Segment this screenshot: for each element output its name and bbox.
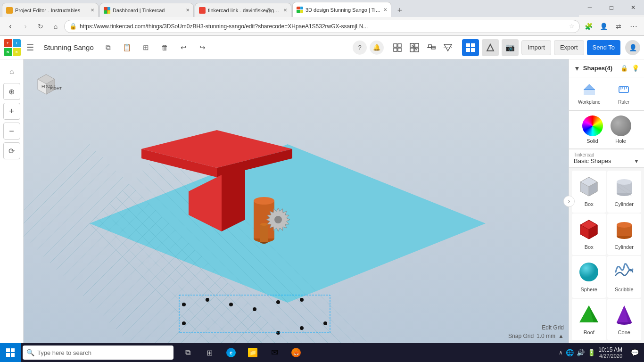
notification-icon[interactable]: 🔔: [370, 41, 384, 55]
view-camera-button[interactable]: 📷: [502, 39, 519, 56]
shape-item-cylinder-gray[interactable]: Cylinder: [607, 171, 642, 213]
tray-expand[interactable]: ∧: [559, 349, 563, 356]
taskbar-edge[interactable]: e: [221, 343, 241, 362]
rotate-view-button[interactable]: ⟳: [3, 142, 20, 159]
secure-icon: 🔒: [69, 23, 77, 30]
copy-button[interactable]: ⧉: [100, 40, 116, 56]
bottom-status: Edit Grid Snap Grid 1.0 mm ▲: [508, 324, 564, 339]
bookmark-icon[interactable]: ☆: [569, 23, 575, 30]
extensions-button[interactable]: 🧩: [582, 20, 595, 33]
menu-button[interactable]: ⋯: [627, 20, 640, 33]
notification-center-button[interactable]: 💬: [627, 343, 642, 362]
workplane-button[interactable]: Workplane: [573, 81, 606, 107]
group-button[interactable]: [389, 40, 405, 56]
browser-tab-1[interactable]: Project Editor - Instructables ✕: [2, 3, 99, 17]
hole-label: Hole: [615, 138, 626, 144]
taskbar-search-icon: 🔍: [26, 349, 34, 356]
snap-arrow[interactable]: ▲: [558, 333, 564, 339]
svg-rect-0: [394, 44, 397, 47]
shape-item-scribble[interactable]: Scribble: [607, 256, 642, 298]
browser-tab-4[interactable]: 3D design Stunning Sango | Tink... ✕: [292, 2, 391, 17]
view-perspective-button[interactable]: [482, 39, 499, 56]
ruler-button[interactable]: Ruler: [608, 81, 641, 107]
network-icon[interactable]: 🌐: [566, 349, 574, 356]
tab-4-close[interactable]: ✕: [383, 7, 387, 12]
tab-3-close[interactable]: ✕: [283, 8, 287, 13]
svg-point-45: [617, 222, 632, 228]
import-button[interactable]: Import: [521, 40, 551, 55]
taskbar-search-placeholder: Type here to search: [37, 349, 91, 356]
volume-icon[interactable]: 🔊: [577, 349, 585, 356]
battery-icon[interactable]: 🔋: [587, 349, 595, 356]
view-grid-button[interactable]: [462, 39, 479, 56]
taskbar-firefox[interactable]: 🦊: [286, 343, 306, 362]
system-tray: ∧ 🌐 🔊 🔋 10:15 AM 4/27/2020 💬: [559, 343, 642, 362]
shape-item-cone[interactable]: Cone: [607, 299, 642, 341]
shapes-collapse-icon[interactable]: ▼: [574, 65, 580, 72]
duplicate-button[interactable]: ⊞: [138, 40, 154, 56]
sync-button[interactable]: ⇄: [612, 20, 625, 33]
tab-1-close[interactable]: ✕: [91, 8, 94, 13]
visibility-icon[interactable]: 💡: [632, 65, 639, 72]
home-nav-button[interactable]: ⌂: [49, 20, 62, 33]
shapes-header: ▼ Shapes(4) 🔒 💡: [569, 59, 644, 77]
maximize-button[interactable]: ◻: [601, 0, 622, 15]
undo-button[interactable]: ↩: [176, 40, 192, 56]
profile-button[interactable]: 👤: [597, 20, 610, 33]
lock-shapes-icon[interactable]: 🔒: [620, 65, 628, 72]
close-button[interactable]: ✕: [622, 0, 644, 15]
forward-button[interactable]: ›: [19, 20, 32, 33]
flip-button[interactable]: [440, 40, 456, 56]
browser-tab-2[interactable]: Dashboard | Tinkercad ✕: [99, 3, 194, 17]
help-icon[interactable]: ?: [353, 41, 367, 55]
paste-button[interactable]: 📋: [119, 40, 135, 56]
taskbar-widgets[interactable]: ⊞: [199, 343, 220, 362]
shape-item-sphere[interactable]: Sphere: [572, 256, 606, 298]
reload-button[interactable]: ↻: [34, 20, 47, 33]
redo-button[interactable]: ↪: [195, 40, 211, 56]
minimize-button[interactable]: ─: [579, 0, 601, 15]
viewport[interactable]: FRONT RIGHT Edit Grid Snap Grid 1.0 mm ▲: [24, 59, 569, 343]
new-tab-button[interactable]: +: [393, 4, 406, 17]
svg-marker-25: [584, 84, 595, 90]
export-button[interactable]: Export: [554, 40, 584, 55]
send-to-button[interactable]: Send To: [587, 40, 620, 55]
shape-name-box-red: Box: [585, 244, 594, 250]
shape-item-roof[interactable]: Roof: [572, 299, 606, 341]
svg-rect-3: [398, 48, 401, 51]
tinkercad-logo[interactable]: T I N K: [4, 39, 21, 56]
url-text: https://www.tinkercad.com/things/3DSoUm0…: [80, 23, 566, 30]
panel-collapse-button[interactable]: ›: [563, 196, 575, 207]
taskbar-task-view[interactable]: ⧉: [177, 343, 198, 362]
taskbar-files[interactable]: 📁: [242, 343, 263, 362]
edit-grid-label[interactable]: Edit Grid: [542, 324, 564, 331]
left-sidebar: ⌂ ⊕ + − ⟳: [0, 59, 24, 343]
category-dropdown[interactable]: Tinkercad Basic Shapes ▼: [569, 149, 644, 168]
user-avatar[interactable]: 👤: [625, 40, 640, 55]
zoom-in-button[interactable]: +: [3, 103, 20, 120]
taskbar-clock[interactable]: 10:15 AM 4/27/2020: [598, 346, 622, 359]
taskbar-search[interactable]: 🔍 Type here to search: [23, 346, 173, 360]
shape-item-box-red[interactable]: Box: [572, 214, 606, 255]
align-button[interactable]: [423, 40, 439, 56]
orientation-cube[interactable]: FRONT RIGHT: [29, 65, 63, 99]
browser-tab-3[interactable]: tinkercad link - davinfiske@gma... ✕: [195, 3, 291, 17]
back-button[interactable]: ‹: [4, 20, 17, 33]
delete-button[interactable]: 🗑: [157, 40, 173, 56]
tab-2-close[interactable]: ✕: [186, 8, 190, 13]
solid-option[interactable]: Solid: [582, 115, 603, 144]
shape-name-roof: Roof: [584, 329, 594, 335]
tab-2-title: Dashboard | Tinkercad: [113, 8, 183, 13]
zoom-out-button[interactable]: −: [3, 123, 20, 140]
hole-option[interactable]: Hole: [611, 115, 631, 144]
ungroup-button[interactable]: [406, 40, 422, 56]
start-button[interactable]: [0, 343, 21, 362]
svg-rect-1: [398, 44, 401, 47]
shape-item-cylinder-orange[interactable]: Cylinder: [607, 214, 642, 255]
home-view-button[interactable]: ⌂: [3, 63, 20, 80]
shape-item-box-gray[interactable]: Box: [572, 171, 606, 213]
taskbar-mail[interactable]: ✉: [264, 343, 285, 362]
fit-view-button[interactable]: ⊕: [3, 83, 20, 100]
address-bar[interactable]: 🔒 https://www.tinkercad.com/things/3DSoU…: [64, 20, 580, 33]
hamburger-icon[interactable]: ☰: [24, 41, 37, 54]
